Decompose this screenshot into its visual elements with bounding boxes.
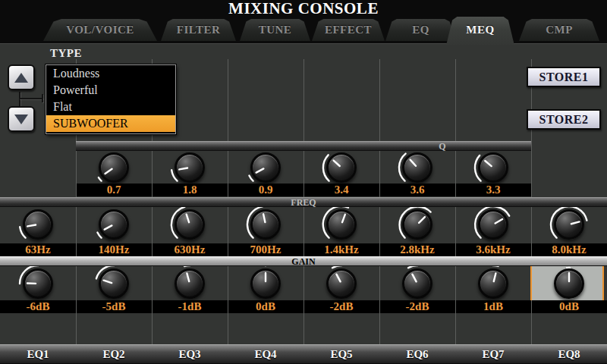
arrow-connector	[19, 98, 43, 99]
freq-value-eq5: 1.4kHz	[304, 243, 379, 256]
freq-knob-cell-eq5	[304, 208, 379, 241]
q-value-eq7: 3.3	[455, 184, 531, 196]
gain-knob-cell-eq8	[531, 267, 607, 300]
mixing-console-screen: MIXING CONSOLE VOL/VOICEFILTERTUNEEFFECT…	[0, 0, 607, 364]
q-knob-eq7[interactable]	[469, 151, 517, 184]
meq-panel: TYPE LoudnessPowerfulFlatSUBWOOFER STORE…	[0, 43, 607, 364]
gain-knob-cell-eq1	[0, 267, 76, 300]
title-bar: MIXING CONSOLE	[0, 0, 607, 17]
gain-value-eq1: -6dB	[0, 300, 76, 313]
q-knob-cell-eq7	[455, 151, 531, 184]
q-knob-eq2[interactable]	[90, 151, 138, 184]
freq-knob-cell-eq8	[531, 208, 607, 241]
q-knob-cell-eq4	[228, 151, 304, 184]
gain-knob-cell-eq3	[152, 267, 228, 300]
channel-label-eq7: EQ7	[455, 345, 531, 363]
type-label: TYPE	[50, 47, 82, 60]
gain-knob-eq5[interactable]	[317, 267, 366, 300]
freq-knob-cell-eq6	[379, 208, 455, 241]
freq-knob-eq8[interactable]	[545, 208, 593, 241]
freq-value-eq1: 63Hz	[0, 243, 76, 256]
freq-knob-cell-eq2	[76, 208, 152, 241]
q-section-label: Q	[439, 142, 445, 151]
gain-value-eq2: -5dB	[76, 300, 152, 313]
freq-knob-eq2[interactable]	[90, 208, 138, 241]
freq-knob-cell-eq3	[152, 208, 228, 241]
gain-value-eq6: -2dB	[379, 300, 455, 313]
channel-label-eq3: EQ3	[152, 345, 228, 363]
tab-cmp[interactable]: CMP	[519, 19, 599, 41]
q-knob-eq6[interactable]	[393, 151, 442, 184]
gain-section-bar: GAIN	[0, 256, 607, 266]
gain-knob-eq8[interactable]	[545, 267, 593, 300]
tab-eq[interactable]: EQ	[385, 19, 456, 41]
tab-bar: VOL/VOICEFILTERTUNEEFFECTEQMEQCMP	[0, 17, 607, 43]
scroll-up-button[interactable]	[8, 64, 35, 90]
channel-label-eq8: EQ8	[531, 345, 607, 363]
gain-knob-eq6[interactable]	[393, 267, 442, 300]
q-value-eq2: 0.7	[76, 184, 152, 196]
freq-knob-eq6[interactable]	[393, 208, 442, 241]
freq-knob-eq3[interactable]	[165, 208, 214, 241]
q-value-eq5: 3.4	[304, 184, 379, 196]
type-option-powerful[interactable]: Powerful	[46, 82, 175, 99]
gain-value-eq7: 1dB	[455, 300, 531, 313]
gain-value-eq4: 0dB	[228, 300, 304, 313]
q-knob-cell-eq5	[304, 151, 379, 184]
gain-knob-cell-eq4	[228, 267, 304, 300]
freq-value-eq8: 8.0kHz	[531, 243, 607, 256]
freq-knob-cell-eq1	[0, 208, 76, 241]
type-option-loudness[interactable]: Loudness	[46, 65, 175, 82]
freq-knob-eq1[interactable]	[14, 208, 62, 241]
freq-knob-eq4[interactable]	[241, 208, 290, 241]
gain-knob-eq7[interactable]	[469, 267, 517, 300]
arrow-connector	[19, 92, 20, 107]
q-knob-eq4[interactable]	[241, 151, 290, 184]
freq-value-eq4: 700Hz	[228, 243, 304, 256]
store2-button[interactable]: STORE2	[527, 109, 601, 130]
gain-knob-eq2[interactable]	[90, 267, 138, 300]
page-title: MIXING CONSOLE	[0, 0, 607, 17]
gain-knob-cell-eq6	[379, 267, 455, 300]
type-listbox: LoudnessPowerfulFlatSUBWOOFER	[46, 64, 176, 134]
freq-value-eq6: 2.8kHz	[379, 243, 455, 256]
type-option-subwoofer[interactable]: SUBWOOFER	[46, 115, 175, 132]
freq-knob-eq7[interactable]	[469, 208, 517, 241]
arrow-down-icon	[14, 115, 28, 124]
arrow-connector	[42, 94, 43, 102]
gain-knob-cell-eq5	[304, 267, 379, 300]
tab-filter[interactable]: FILTER	[161, 19, 236, 41]
tab-vol-voice[interactable]: VOL/VOICE	[43, 19, 157, 41]
tab-meq[interactable]: MEQ	[446, 17, 514, 46]
freq-knob-eq5[interactable]	[317, 208, 366, 241]
freq-knob-cell-eq7	[455, 208, 531, 241]
q-section-bar: Q	[76, 141, 531, 151]
tab-effect[interactable]: EFFECT	[312, 19, 385, 41]
gain-knob-eq1[interactable]	[14, 267, 62, 300]
channel-label-eq5: EQ5	[304, 345, 379, 363]
q-knob-eq3[interactable]	[165, 151, 214, 184]
freq-value-eq2: 140Hz	[76, 243, 152, 256]
gain-knob-eq4[interactable]	[241, 267, 290, 300]
tab-tune[interactable]: TUNE	[240, 19, 310, 41]
q-value-eq6: 3.6	[379, 184, 455, 196]
arrow-up-icon	[14, 73, 28, 83]
store1-button[interactable]: STORE1	[527, 67, 601, 87]
scroll-down-button[interactable]	[8, 106, 35, 132]
channel-label-eq1: EQ1	[0, 345, 76, 363]
q-value-eq4: 0.9	[228, 184, 304, 196]
gain-value-eq5: -2dB	[304, 300, 379, 313]
channel-label-bar: EQ1EQ2EQ3EQ4EQ5EQ6EQ7EQ8	[0, 344, 607, 363]
gain-knob-cell-eq7	[455, 267, 531, 300]
gain-knob-eq3[interactable]	[165, 267, 214, 300]
freq-section-bar: FREQ	[0, 197, 607, 207]
q-knob-cell-eq2	[76, 151, 152, 184]
channel-label-eq4: EQ4	[228, 345, 304, 363]
gain-value-eq3: -1dB	[152, 300, 228, 313]
q-knob-eq5[interactable]	[317, 151, 366, 184]
gain-knob-cell-eq2	[76, 267, 152, 300]
freq-value-eq3: 630Hz	[152, 243, 228, 256]
type-option-flat[interactable]: Flat	[46, 99, 175, 115]
channel-label-eq6: EQ6	[379, 345, 455, 363]
q-value-eq3: 1.8	[152, 184, 228, 196]
